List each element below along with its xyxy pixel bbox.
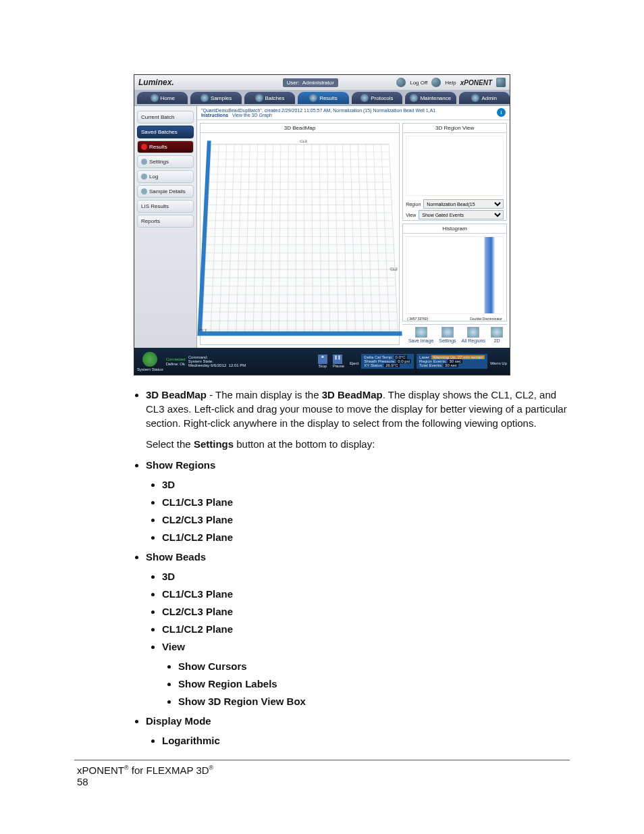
text: 3D — [162, 479, 175, 490]
list-item: Logarithmic — [162, 733, 570, 748]
text: - The main display is the — [207, 389, 322, 400]
reg-mark: ® — [209, 764, 214, 771]
eject-label: Eject — [350, 361, 358, 365]
region-view-graph[interactable] — [406, 136, 504, 196]
sidebar-item-reports[interactable]: Reports — [137, 215, 194, 228]
text: CL2/CL3 Plane — [162, 514, 233, 525]
record-icon — [141, 144, 147, 150]
grid-icon — [467, 327, 479, 338]
toolbar-label: Save Image — [408, 338, 433, 343]
user-label: User: — [287, 80, 300, 86]
tab-home[interactable]: Home — [137, 92, 188, 104]
list-item: CL2/CL3 Plane — [162, 513, 570, 527]
stop-icon[interactable]: ■ — [318, 355, 327, 364]
reg-mark: ® — [124, 764, 129, 771]
text: CL2/CL3 Plane — [162, 606, 233, 617]
axis-label-cl1: CL1 — [199, 328, 207, 333]
list-item: Show Region Labels — [178, 677, 570, 691]
tab-batches[interactable]: Batches — [244, 92, 295, 104]
help-button[interactable]: Help — [445, 80, 456, 86]
define-label: Define: Ok — [166, 362, 186, 366]
sidebar-item-sample-details[interactable]: Sample Details — [137, 185, 194, 198]
3d-beadmap-graph[interactable]: CL3 CL1 CL2 — [201, 144, 398, 332]
user-value: Administrator — [302, 80, 334, 86]
luminex-logo: Luminex. — [138, 78, 174, 87]
info-icon[interactable]: i — [497, 108, 506, 117]
instructions-text: View the 3D Graph — [232, 113, 272, 118]
sidebar-item-label: Settings — [149, 159, 169, 165]
list-item: 3D BeadMap - The main display is the 3D … — [146, 388, 570, 430]
sidebar-item-label: Current Batch — [141, 114, 174, 120]
footer-rule — [74, 760, 570, 760]
sidebar-item-current-batch[interactable]: Current Batch — [137, 111, 194, 124]
list-item: Show Cursors — [178, 659, 570, 673]
sidebar-item-lis-results[interactable]: LIS Results — [137, 200, 194, 213]
document-body: 3D BeadMap - The main display is the 3D … — [74, 388, 570, 748]
nav-label: Maintenance — [420, 95, 451, 101]
settings-button[interactable]: Settings — [439, 327, 456, 343]
text: View — [162, 641, 185, 652]
text: Show 3D Region View Box — [178, 696, 306, 707]
paragraph: Select the Settings button at the bottom… — [146, 437, 570, 451]
save-image-button[interactable]: Save Image — [408, 327, 433, 343]
list-item: 3D — [162, 569, 570, 583]
sidebar-item-label: LIS Results — [141, 203, 169, 209]
maintenance-icon — [410, 94, 418, 102]
sidebar-item-label: Saved Batches — [141, 129, 178, 135]
system-status-label: System Status — [137, 367, 163, 371]
footer-product-1: xPONENT — [77, 764, 124, 776]
list-item: Show Beads 3D CL1/CL3 Plane CL2/CL3 Plan… — [146, 550, 570, 708]
nav-label: Batches — [265, 95, 285, 101]
text: Logarithmic — [162, 735, 220, 746]
list-item: Show 3D Region View Box — [178, 694, 570, 708]
panel-title: 3D BeadMap — [200, 124, 399, 133]
region-label: Region — [406, 202, 421, 207]
view-select[interactable]: Show Gated Events — [419, 210, 504, 219]
samples-icon — [200, 94, 209, 102]
sidebar-item-label: Sample Details — [149, 188, 186, 194]
text: CL1/CL3 Plane — [162, 588, 233, 600]
batches-icon — [255, 94, 263, 102]
nav-label: Protocols — [371, 95, 393, 101]
window-control-icon[interactable] — [496, 78, 506, 87]
region-select[interactable]: Normalization Bead(15 — [423, 199, 504, 209]
toolbar-label: All Regions — [462, 338, 485, 343]
list-item: CL2/CL3 Plane — [162, 604, 570, 619]
stat-value: 30 sec — [444, 363, 458, 367]
histogram-graph[interactable] — [406, 236, 504, 314]
text: Show Region Labels — [178, 678, 277, 689]
text: Show Beads — [146, 551, 206, 563]
status-bar: System Status Connected Define: Ok Comma… — [134, 348, 510, 375]
tab-protocols[interactable]: Protocols — [352, 92, 402, 104]
sidebar-item-saved-batches[interactable]: Saved Batches — [137, 126, 194, 138]
tab-samples[interactable]: Samples — [190, 92, 241, 104]
all-regions-button[interactable]: All Regions — [462, 327, 485, 343]
2d-button[interactable]: 2D — [491, 327, 503, 343]
logoff-icon[interactable] — [396, 78, 406, 87]
pause-label: Pause — [333, 364, 344, 368]
text: CL1/CL3 Plane — [162, 496, 233, 508]
axis-label-cl3: CL3 — [300, 140, 306, 143]
list-item: CL1/CL2 Plane — [162, 622, 570, 636]
toolbar-label: Settings — [439, 338, 456, 343]
view-label: View — [406, 213, 416, 217]
list-item: View Show Cursors Show Region Labels Sho… — [162, 640, 570, 708]
2d-icon — [491, 327, 503, 338]
dot-icon — [141, 159, 147, 165]
bottom-toolbar: Save Image Settings All Regions 2D — [402, 324, 507, 345]
help-icon[interactable] — [431, 78, 441, 87]
admin-icon — [471, 94, 479, 102]
tab-maintenance[interactable]: Maintenance — [405, 92, 456, 104]
nav-label: Home — [161, 95, 175, 101]
pause-icon[interactable]: ❚❚ — [333, 355, 342, 364]
sidebar-item-results[interactable]: Results — [137, 140, 194, 153]
sidebar-item-log[interactable]: Log — [137, 170, 194, 183]
text: Show Cursors — [178, 660, 247, 672]
sidebar-item-settings[interactable]: Settings — [137, 155, 194, 168]
tab-results[interactable]: Results — [298, 92, 348, 104]
list-item: CL1/CL3 Plane — [162, 495, 570, 509]
list-item: 3D — [162, 477, 570, 492]
time-text: 12:01 PM — [229, 363, 246, 367]
tab-admin[interactable]: Admin — [459, 92, 510, 104]
logoff-button[interactable]: Log Off — [410, 80, 427, 86]
